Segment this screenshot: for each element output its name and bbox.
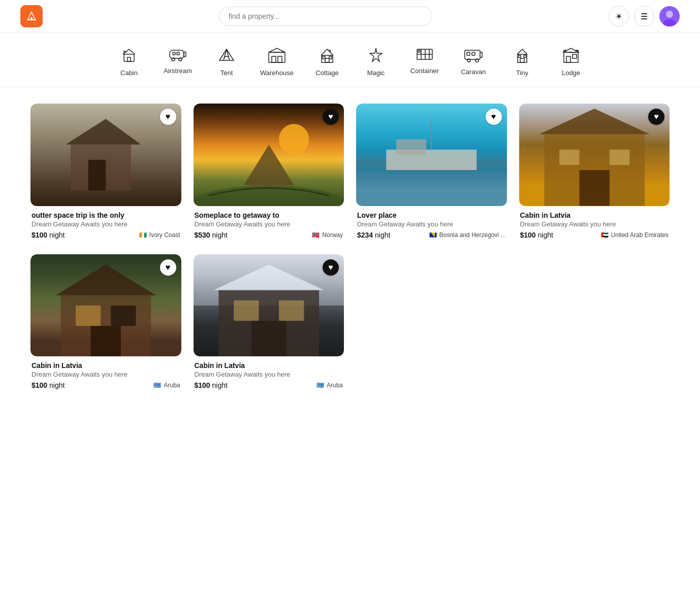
- country-flag: 🇧🇦: [429, 231, 437, 239]
- svg-rect-13: [278, 56, 282, 62]
- property-card[interactable]: ♥ Cabin in Latvia Dream Getaway Awaits y…: [519, 104, 670, 242]
- menu-icon: ☰: [641, 12, 648, 21]
- search-input[interactable]: [219, 7, 432, 26]
- svg-marker-19: [370, 48, 382, 61]
- card-image-wrap: ♥: [194, 104, 344, 206]
- svg-rect-56: [76, 305, 101, 325]
- category-item-magic[interactable]: Magic: [361, 47, 391, 77]
- card-body: Someplace to getaway to Dream Getaway Aw…: [194, 206, 344, 242]
- category-label-tiny: Tiny: [516, 69, 528, 77]
- logo-icon: [25, 10, 38, 22]
- svg-rect-62: [234, 300, 259, 320]
- country-flag: 🇨🇮: [139, 231, 147, 239]
- card-image-wrap: ♥: [30, 104, 181, 206]
- card-body: Cabin in Latvia Dream Getaway Awaits you…: [194, 356, 344, 392]
- svg-rect-51: [559, 150, 580, 165]
- property-grid: ♥ outter space trip is the only Dream Ge…: [0, 87, 700, 409]
- theme-toggle-button[interactable]: ☀: [609, 6, 629, 26]
- property-card[interactable]: ♥ Someplace to getaway to Dream Getaway …: [194, 104, 344, 242]
- menu-button[interactable]: ☰: [634, 6, 654, 26]
- category-item-lodge[interactable]: Lodge: [556, 47, 586, 77]
- category-item-container[interactable]: Container: [409, 47, 440, 77]
- card-image-wrap: ♥: [356, 104, 507, 206]
- country-flag: 🇦🇼: [153, 382, 161, 389]
- property-card[interactable]: ♥ Cabin in Latvia Dream Getaway Awaits y…: [30, 254, 181, 393]
- category-item-tiny[interactable]: Tiny: [507, 47, 537, 77]
- favorite-button[interactable]: ♥: [323, 259, 339, 276]
- card-image: [194, 104, 344, 206]
- card-image: [356, 104, 507, 206]
- category-label-airstream: Airstream: [164, 67, 192, 75]
- category-label-lodge: Lodge: [562, 69, 580, 77]
- card-price: $100 night: [31, 231, 65, 239]
- country-name: Aruba: [164, 382, 180, 389]
- card-body: Cabin in Latvia Dream Getaway Awaits you…: [519, 206, 670, 242]
- country-flag: 🇦🇪: [601, 231, 609, 239]
- svg-rect-57: [111, 305, 136, 325]
- svg-marker-55: [55, 264, 156, 295]
- svg-rect-63: [279, 300, 304, 320]
- category-label-caravan: Caravan: [461, 68, 486, 76]
- card-country: 🇦🇪 United Arab Emirates: [601, 231, 669, 239]
- svg-point-1: [666, 11, 673, 18]
- caravan-icon: [464, 47, 483, 65]
- header: ☀ ☰: [0, 0, 700, 33]
- svg-rect-64: [251, 321, 286, 357]
- card-image: [194, 254, 344, 357]
- magic-icon: [368, 47, 384, 66]
- category-nav: Cabin Airstream Tent Warehouse Cottage M…: [0, 33, 700, 87]
- card-image-wrap: ♥: [519, 104, 670, 206]
- container-icon: [416, 47, 433, 64]
- card-footer: $100 night 🇨🇮 Ivory Coast: [31, 231, 180, 239]
- category-item-cabin[interactable]: Cabin: [114, 47, 144, 77]
- theme-icon: ☀: [615, 12, 622, 21]
- logo-button[interactable]: [20, 5, 43, 27]
- card-country: 🇦🇼 Aruba: [316, 382, 343, 389]
- category-item-airstream[interactable]: Airstream: [163, 47, 193, 77]
- card-subtitle: Dream Getaway Awaits you here: [195, 371, 343, 378]
- favorite-button[interactable]: ♥: [160, 109, 176, 125]
- favorite-button[interactable]: ♥: [323, 109, 339, 125]
- svg-rect-18: [329, 56, 332, 59]
- svg-rect-17: [323, 56, 325, 59]
- card-image-wrap: ♥: [194, 254, 344, 357]
- svg-rect-52: [609, 150, 629, 165]
- favorite-button[interactable]: ♥: [160, 259, 176, 276]
- svg-rect-12: [272, 56, 276, 62]
- svg-rect-10: [177, 52, 179, 55]
- card-price: $100 night: [520, 231, 553, 239]
- card-price: $234 night: [357, 231, 390, 239]
- svg-rect-16: [325, 58, 329, 62]
- card-subtitle: Dream Getaway Awaits you here: [520, 220, 669, 228]
- property-card[interactable]: ♥ Lover place Dream Getaway Awaits you h…: [356, 104, 507, 242]
- country-flag: 🇳🇴: [312, 231, 320, 239]
- country-name: Norway: [322, 231, 343, 239]
- card-subtitle: Dream Getaway Awaits you here: [31, 220, 180, 228]
- card-footer: $100 night 🇦🇪 United Arab Emirates: [520, 231, 669, 239]
- favorite-button[interactable]: ♥: [648, 109, 664, 125]
- svg-rect-34: [524, 55, 526, 57]
- category-item-tent[interactable]: Tent: [211, 47, 242, 77]
- category-item-cottage[interactable]: Cottage: [312, 47, 342, 77]
- category-item-caravan[interactable]: Caravan: [458, 47, 489, 77]
- svg-rect-6: [184, 52, 186, 57]
- category-label-tent: Tent: [220, 69, 233, 77]
- svg-rect-11: [269, 52, 285, 62]
- category-item-warehouse[interactable]: Warehouse: [260, 47, 294, 77]
- svg-rect-29: [467, 52, 470, 55]
- country-name: United Arab Emirates: [611, 231, 669, 239]
- avatar[interactable]: [659, 6, 680, 26]
- property-card[interactable]: ♥ outter space trip is the only Dream Ge…: [30, 104, 181, 242]
- svg-marker-40: [66, 119, 141, 144]
- card-body: outter space trip is the only Dream Geta…: [30, 206, 181, 242]
- tiny-icon: [515, 47, 529, 66]
- svg-rect-36: [566, 56, 570, 62]
- card-footer: $100 night 🇦🇼 Aruba: [195, 381, 343, 389]
- svg-rect-9: [173, 52, 175, 55]
- favorite-button[interactable]: ♥: [486, 109, 502, 125]
- property-card[interactable]: ♥ Cabin in Latvia Dream Getaway Awaits y…: [194, 254, 344, 393]
- cabin-icon: [121, 47, 137, 66]
- svg-rect-30: [472, 52, 475, 55]
- card-image: [30, 104, 181, 206]
- svg-rect-47: [396, 140, 426, 155]
